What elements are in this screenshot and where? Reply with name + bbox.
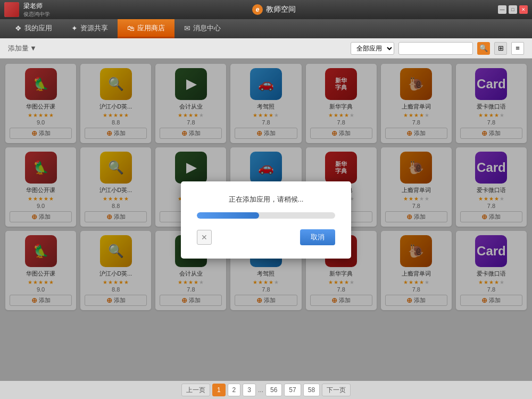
title-bar-center: e 教师空间	[252, 4, 296, 15]
progress-bar-background	[197, 212, 335, 219]
page-button-1[interactable]: 1	[212, 384, 226, 396]
view-grid-button[interactable]: ⊞	[494, 42, 507, 55]
page-button-56[interactable]: 56	[265, 384, 282, 396]
sidebar-item-label: 资源共享	[80, 23, 108, 33]
nav-bar: ❖ 我的应用 ✦ 资源共享 🛍 应用商店 ✉ 消息中心	[0, 19, 532, 38]
resource-share-icon: ✦	[71, 24, 78, 32]
modal-box: 正在添加应用，请稍候... ✕ 取消	[181, 181, 351, 259]
pagination: 上一页 1 2 3 ... 56 57 58 下一页	[0, 381, 532, 399]
sidebar-item-label: 我的应用	[24, 23, 52, 33]
main-content: 🦜 华图公开课 ★★★★★ 9.0 ⊕ 添加 🔍 沪江小D英... ★★★★★ …	[0, 59, 532, 381]
user-name: 梁老师	[23, 2, 50, 11]
avatar-image	[4, 2, 19, 17]
progress-bar-fill	[197, 212, 259, 219]
modal-actions: ✕ 取消	[197, 229, 335, 245]
sidebar-item-resource-share[interactable]: ✦ 资源共享	[62, 19, 118, 38]
message-center-icon: ✉	[184, 24, 190, 32]
modal-close-button[interactable]: ✕	[197, 230, 212, 245]
maximize-button[interactable]: □	[509, 5, 517, 14]
filter-select[interactable]: 全部应用	[351, 42, 394, 55]
next-page-button[interactable]: 下一页	[322, 384, 351, 396]
page-button-58[interactable]: 58	[303, 384, 320, 396]
search-input[interactable]	[398, 42, 473, 55]
page-button-57[interactable]: 57	[284, 384, 301, 396]
page-button-3[interactable]: 3	[243, 384, 256, 396]
app-logo-icon: e	[252, 4, 263, 15]
sidebar-item-label: 应用商店	[137, 23, 165, 33]
minimize-button[interactable]: —	[498, 5, 506, 14]
app-title: 教师空间	[266, 5, 296, 14]
dropdown-arrow-icon: ▼	[30, 44, 37, 52]
search-button[interactable]: 🔍	[477, 42, 490, 55]
add-qty-label: 添加量	[8, 44, 29, 53]
page-button-2[interactable]: 2	[228, 384, 241, 396]
avatar	[4, 2, 19, 17]
app-store-icon: 🛍	[127, 24, 135, 32]
window-controls[interactable]: — □ ✕	[498, 5, 528, 14]
toolbar-left: 添加量 ▼	[8, 44, 37, 53]
add-qty-button[interactable]: 添加量 ▼	[8, 44, 37, 53]
toolbar: 添加量 ▼ 全部应用 🔍 ⊞ ≡	[0, 38, 532, 59]
my-apps-icon: ❖	[15, 24, 22, 32]
title-bar-left: 梁老师 俊悫鸿中学	[4, 2, 50, 18]
modal-overlay: 正在添加应用，请稍候... ✕ 取消	[0, 59, 532, 381]
prev-page-button[interactable]: 上一页	[181, 384, 210, 396]
modal-title: 正在添加应用，请稍候...	[197, 195, 335, 204]
close-button[interactable]: ✕	[519, 5, 528, 14]
sidebar-item-my-apps[interactable]: ❖ 我的应用	[5, 19, 62, 38]
title-bar: 梁老师 俊悫鸿中学 e 教师空间 — □ ✕	[0, 0, 532, 19]
modal-cancel-button[interactable]: 取消	[300, 229, 335, 245]
sidebar-item-app-store[interactable]: 🛍 应用商店	[118, 19, 174, 38]
sidebar-item-message-center[interactable]: ✉ 消息中心	[174, 19, 230, 38]
sidebar-item-label: 消息中心	[193, 23, 221, 33]
user-school: 俊悫鸿中学	[23, 11, 50, 18]
user-info: 梁老师 俊悫鸿中学	[23, 2, 50, 18]
view-list-button[interactable]: ≡	[511, 42, 524, 55]
toolbar-right: 全部应用 🔍 ⊞ ≡	[351, 42, 524, 55]
page-dots: ...	[258, 386, 263, 394]
